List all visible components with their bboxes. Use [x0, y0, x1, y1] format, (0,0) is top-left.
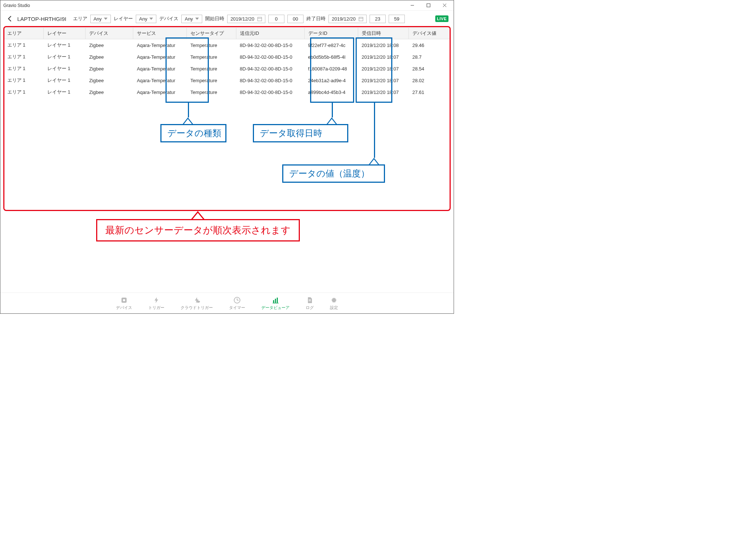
col-layer[interactable]: レイヤー [44, 28, 86, 39]
start-date-label: 開始日時 [205, 16, 224, 22]
filter-toolbar: LAPTOP-HRTHGI9I エリア Any レイヤー Any デバイス An… [0, 11, 454, 28]
cell-sensor: Temperature [187, 86, 236, 98]
cell-dataid: a899bc4d-45b3-4 [304, 86, 358, 98]
nav-trigger[interactable]: トリガー [148, 297, 164, 310]
end-minute-input[interactable]: 59 [389, 15, 405, 23]
cell-recv: 2019/12/20 18:07 [358, 63, 408, 74]
nav-cloud-trigger[interactable]: クラウドトリガー [181, 297, 213, 310]
svg-rect-15 [275, 299, 276, 303]
table-row[interactable]: エリア 1レイヤー 1ZigbeeAqara-TemperaturTempera… [4, 39, 451, 51]
callout-main: 最新のセンサーデータが順次表示されます [62, 211, 334, 241]
cell-service: Aqara-Temperatur [133, 51, 187, 63]
cell-val: 27.61 [408, 86, 450, 98]
cell-sender: 8D-94-32-02-00-8D-15-0 [236, 51, 304, 63]
bottom-nav: デバイス トリガー クラウドトリガー タイマー データビューア ログ 設定 [0, 292, 454, 313]
chevron-down-icon [149, 18, 153, 20]
device-label: デバイス [159, 16, 178, 22]
cell-sender: 8D-94-32-02-00-8D-15-0 [236, 86, 304, 98]
cell-recv: 2019/12/20 18:07 [358, 86, 408, 98]
window-title: Gravio Studio [3, 3, 30, 8]
start-hour-input[interactable]: 0 [268, 15, 284, 23]
col-service[interactable]: サービス [133, 28, 187, 39]
cell-sensor: Temperature [187, 74, 236, 86]
chevron-down-icon [104, 18, 108, 20]
nav-data-viewer[interactable]: データビューア [261, 297, 290, 310]
end-date-input[interactable]: 2019/12/20 [328, 15, 367, 23]
area-dropdown[interactable]: Any [90, 15, 111, 23]
nav-device[interactable]: デバイス [116, 297, 132, 310]
cloud-bolt-icon [193, 297, 200, 304]
nav-log[interactable]: ログ [306, 297, 314, 310]
layer-dropdown[interactable]: Any [136, 15, 156, 23]
back-button[interactable] [6, 14, 14, 23]
col-recv[interactable]: 受信日時 [358, 28, 408, 39]
cell-val: 29.46 [408, 39, 450, 51]
cell-layer: レイヤー 1 [44, 51, 86, 63]
svg-rect-14 [273, 300, 274, 303]
cell-dataid: 9f22ef77-e827-4c [304, 39, 358, 51]
minimize-button[interactable] [404, 1, 420, 10]
device-dropdown[interactable]: Any [181, 15, 202, 23]
cell-val: 28.02 [408, 74, 450, 86]
start-date-input[interactable]: 2019/12/20 [227, 15, 265, 23]
svg-rect-4 [258, 17, 262, 21]
cell-area: エリア 1 [4, 51, 44, 63]
nav-timer[interactable]: タイマー [229, 297, 245, 310]
live-toggle[interactable]: LIVE [435, 15, 448, 22]
start-minute-input[interactable]: 00 [287, 15, 304, 23]
svg-rect-16 [277, 298, 278, 303]
svg-rect-6 [359, 17, 363, 21]
calendar-icon [257, 17, 262, 21]
close-button[interactable] [437, 1, 452, 10]
end-date-label: 終了日時 [306, 16, 326, 22]
cell-dataid: f180087a-0209-48 [304, 63, 358, 74]
cell-device: Zigbee [86, 39, 133, 51]
cell-device: Zigbee [86, 51, 133, 63]
col-sensor[interactable]: センサータイプ [187, 28, 236, 39]
cell-layer: レイヤー 1 [44, 74, 86, 86]
cell-area: エリア 1 [4, 39, 44, 51]
cell-service: Aqara-Temperatur [133, 74, 187, 86]
cell-val: 28.54 [408, 63, 450, 74]
table-row[interactable]: エリア 1レイヤー 1ZigbeeAqara-TemperaturTempera… [4, 63, 451, 74]
gear-icon [120, 297, 128, 304]
svg-rect-19 [309, 301, 311, 301]
clock-icon [233, 297, 241, 304]
cell-recv: 2019/12/20 18:08 [358, 39, 408, 51]
col-val[interactable]: デバイス値 [408, 28, 450, 39]
callout-data-type: データの種類 [160, 103, 226, 142]
cell-layer: レイヤー 1 [44, 63, 86, 74]
data-table: エリア レイヤー デバイス サービス センサータイプ 送信元ID データID 受… [3, 28, 451, 98]
cell-area: エリア 1 [4, 74, 44, 86]
chart-icon [272, 297, 279, 304]
nav-settings[interactable]: 設定 [330, 297, 338, 310]
cell-dataid: eb0d5b5b-68f5-4l [304, 51, 358, 63]
maximize-button[interactable] [421, 1, 436, 10]
cell-sender: 8D-94-32-02-00-8D-15-0 [236, 39, 304, 51]
end-hour-input[interactable]: 23 [370, 15, 386, 23]
table-row[interactable]: エリア 1レイヤー 1ZigbeeAqara-TemperaturTempera… [4, 86, 451, 98]
area-label: エリア [73, 16, 87, 22]
cell-recv: 2019/12/20 18:07 [358, 74, 408, 86]
col-dataid[interactable]: データID [304, 28, 358, 39]
table-row[interactable]: エリア 1レイヤー 1ZigbeeAqara-TemperaturTempera… [4, 74, 451, 86]
cell-device: Zigbee [86, 86, 133, 98]
svg-point-9 [123, 299, 125, 301]
cell-sensor: Temperature [187, 63, 236, 74]
svg-rect-1 [427, 4, 430, 7]
calendar-icon [359, 17, 363, 21]
settings-icon [330, 297, 338, 304]
window-titlebar: Gravio Studio [0, 0, 454, 11]
col-device[interactable]: デバイス [86, 28, 133, 39]
callout-value: データの値（温度） [282, 103, 385, 183]
col-sender[interactable]: 送信元ID [236, 28, 304, 39]
computer-name: LAPTOP-HRTHGI9I [17, 16, 66, 22]
chevron-down-icon [195, 18, 199, 20]
col-area[interactable]: エリア [4, 28, 44, 39]
cell-recv: 2019/12/20 18:07 [358, 51, 408, 63]
bolt-icon [153, 297, 160, 304]
document-icon [306, 297, 313, 304]
layer-label: レイヤー [114, 16, 133, 22]
cell-area: エリア 1 [4, 86, 44, 98]
table-row[interactable]: エリア 1レイヤー 1ZigbeeAqara-TemperaturTempera… [4, 51, 451, 63]
